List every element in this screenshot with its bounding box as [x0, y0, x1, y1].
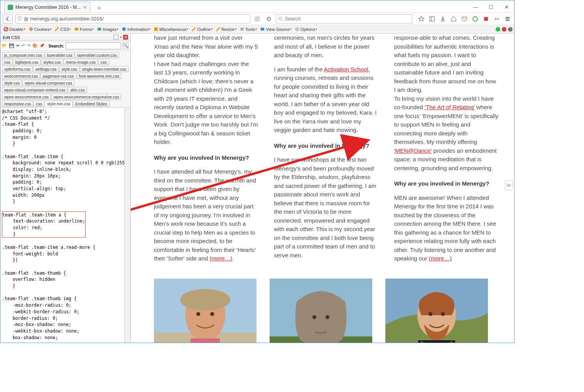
- css-tab[interactable]: settings.css: [33, 66, 59, 72]
- dev-tools[interactable]: Tools▾: [238, 27, 259, 32]
- search-field[interactable]: [285, 16, 410, 22]
- svg-rect-18: [75, 28, 78, 30]
- css-tab[interactable]: bgiiwpve.css: [13, 59, 41, 65]
- svg-rect-29: [191, 338, 220, 343]
- css-tab[interactable]: pagenavi-css.css: [41, 73, 76, 79]
- activation-school-link[interactable]: Activation School: [324, 66, 368, 73]
- svg-point-40: [441, 312, 445, 316]
- minimize-button[interactable]: —: [468, 2, 483, 12]
- dev-css[interactable]: CSS▾: [53, 27, 73, 32]
- search-box[interactable]: [276, 14, 412, 24]
- css-tab[interactable]: single-team-member.css: [80, 66, 128, 72]
- css-tab[interactable]: wpex-visual-composer.css: [22, 80, 74, 86]
- dev-resize[interactable]: Resize▾: [214, 27, 238, 32]
- read-more-link[interactable]: (more…): [429, 255, 452, 262]
- extension-green-icon[interactable]: [471, 15, 479, 23]
- men-at-dance-link[interactable]: 'MEN@Dance': [394, 147, 432, 154]
- css-tab[interactable]: menu-image.css: [64, 59, 98, 65]
- page-content[interactable]: have just returned from a visit over Xma…: [131, 34, 514, 343]
- main-area: Edit CSS ▾ ✕ 📂 💾 ✂ ↶ ↷ 🎨 📌 Search: 🔍 j: [0, 34, 514, 343]
- extension-icon[interactable]: [493, 15, 501, 23]
- editor-scrollbar[interactable]: [124, 108, 130, 343]
- css-tab[interactable]: layerslider.custom.css: [75, 52, 119, 58]
- back-button[interactable]: [3, 14, 13, 24]
- status-red-icon[interactable]: [502, 27, 506, 32]
- panel-close-icon[interactable]: ✕: [123, 35, 128, 40]
- dev-cookies[interactable]: Cookies▾: [27, 27, 53, 32]
- bookmark-star-icon[interactable]: [417, 15, 425, 23]
- dev-viewsource[interactable]: View Source▾: [258, 27, 293, 32]
- css-tab[interactable]: wpex-visual-composer-extend.css: [2, 87, 68, 93]
- dev-information[interactable]: Information▾: [120, 27, 152, 32]
- cut-icon[interactable]: ✂: [16, 43, 20, 49]
- redo-icon[interactable]: ↷: [27, 43, 30, 49]
- css-tab[interactable]: style.css: [2, 80, 22, 86]
- css-tab[interactable]: layerslider.css: [44, 52, 74, 58]
- team-photo-1[interactable]: [154, 279, 257, 343]
- maximize-button[interactable]: ☐: [483, 2, 499, 12]
- status-green-icon[interactable]: [496, 27, 500, 32]
- css-tab[interactable]: style.css: [59, 66, 79, 72]
- dev-disable[interactable]: Disable▾: [2, 27, 27, 32]
- css-search-button[interactable]: 🔍: [123, 42, 129, 49]
- css-tab[interactable]: Embedded Styles: [73, 101, 109, 107]
- identity-icon[interactable]: ⓘ: [17, 15, 22, 22]
- menu-icon[interactable]: [503, 15, 512, 23]
- reload-button[interactable]: [264, 14, 273, 24]
- reader-mode-icon[interactable]: [253, 14, 262, 24]
- css-tab[interactable]: font-awesome.min.css: [77, 73, 122, 79]
- read-more-link[interactable]: (more…): [209, 255, 232, 262]
- dev-misc[interactable]: Miscellaneous▾: [152, 27, 190, 32]
- undo-icon[interactable]: ↶: [21, 43, 25, 49]
- browser-tab[interactable]: Menergy Committee 2016 - M... ✕: [4, 2, 90, 12]
- css-tab[interactable]: woocommerce.css: [2, 73, 40, 79]
- art-of-relating-link[interactable]: 'The Art of Relating': [425, 104, 475, 110]
- browser-window: Menergy Committee 2016 - M... ✕ ＋ — ☐ ✕ …: [0, 0, 515, 343]
- pocket-icon[interactable]: [460, 15, 469, 23]
- sidebar-icon[interactable]: [428, 15, 436, 23]
- css-tab[interactable]: wpex-woocommerce.css: [2, 94, 51, 100]
- team-photo-3[interactable]: [385, 279, 488, 343]
- editcss-title: Edit CSS: [3, 35, 20, 40]
- css-tab[interactable]: skin.css: [68, 87, 87, 93]
- downloads-icon[interactable]: [439, 15, 447, 23]
- close-button[interactable]: ✕: [499, 2, 514, 12]
- reader-side-icon[interactable]: [505, 180, 513, 190]
- panel-dock-icon[interactable]: [113, 35, 118, 40]
- dev-images[interactable]: Images▾: [95, 27, 120, 32]
- css-tab[interactable]: styles.css: [41, 59, 63, 65]
- css-tab[interactable]: optinforms.css: [2, 66, 33, 72]
- open-icon[interactable]: 📂: [2, 43, 7, 49]
- permissions-icon[interactable]: ▦: [23, 16, 29, 22]
- panel-menu-icon[interactable]: ▾: [120, 35, 122, 39]
- svg-rect-21: [154, 27, 158, 31]
- css-tab[interactable]: css: [98, 59, 109, 65]
- save-icon[interactable]: 💾: [9, 43, 14, 49]
- new-tab-button[interactable]: ＋: [93, 3, 105, 12]
- svg-point-31: [210, 312, 214, 316]
- tab-close-icon[interactable]: ✕: [83, 5, 87, 10]
- css-tab[interactable]: style.min.css: [45, 101, 73, 107]
- status-grey-icon[interactable]: [508, 27, 513, 32]
- pin-icon[interactable]: 📌: [39, 43, 45, 49]
- css-editor[interactable]: @charset "utf-8"; /* CSS Document */ .te…: [0, 108, 124, 343]
- extension-red-icon[interactable]: [482, 15, 490, 23]
- css-search-field[interactable]: [66, 42, 121, 49]
- dev-forms[interactable]: Forms▾: [73, 27, 95, 32]
- css-tab[interactable]: responsive.css: [2, 101, 33, 107]
- dev-options[interactable]: Options▾: [293, 27, 319, 32]
- css-tab[interactable]: css: [2, 59, 13, 65]
- css-tab[interactable]: css: [34, 101, 44, 107]
- col2-heading: Why are you involved in Menergy?: [274, 142, 378, 150]
- svg-point-4: [279, 17, 282, 20]
- url-field[interactable]: [30, 16, 248, 22]
- home-icon[interactable]: [449, 15, 458, 23]
- color-icon[interactable]: 🎨: [32, 43, 38, 49]
- css-tab[interactable]: js_composer.min.css: [2, 52, 44, 58]
- svg-rect-19: [98, 28, 101, 30]
- titlebar: Menergy Committee 2016 - M... ✕ ＋ — ☐ ✕: [0, 0, 514, 13]
- team-photo-2[interactable]: [270, 279, 372, 343]
- url-input-wrapper[interactable]: ⓘ ▦: [15, 14, 250, 24]
- css-tab[interactable]: wpex-woocommerce-responsive.css: [51, 94, 121, 100]
- dev-outline[interactable]: Outline▾: [190, 27, 214, 32]
